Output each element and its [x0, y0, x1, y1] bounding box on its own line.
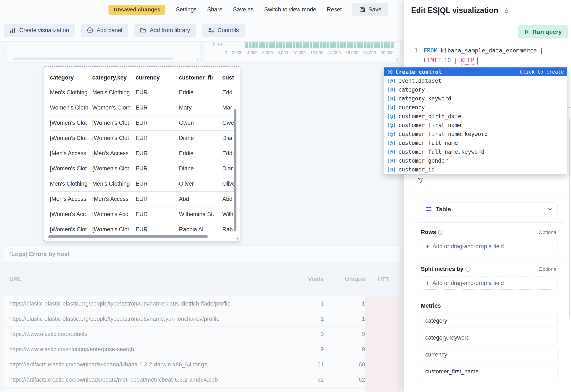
- cell-http: [365, 327, 400, 342]
- cell-category: [Women's Acc: [50, 211, 92, 218]
- cell-category-keyword: Men's Clothing: [92, 89, 136, 96]
- esql-query-editor[interactable]: 1 FROMkibana_sample_data_ecommerce| LIMI…: [404, 46, 571, 65]
- cell-unique: 60: [324, 361, 365, 368]
- cell-http: [365, 388, 400, 392]
- x-axis-tick: 18,000: [363, 50, 376, 55]
- flyout-scrollbar[interactable]: [569, 118, 570, 317]
- chart-type-selector[interactable]: Table: [421, 203, 557, 216]
- top-bar: Unsaved changes Settings Share Save as S…: [0, 0, 403, 19]
- autocomplete-field-item[interactable]: [@] customer_first_name.keyword: [384, 130, 567, 139]
- cell-http: [365, 342, 400, 357]
- cell-category: [Women's Clot: [50, 226, 92, 233]
- column-header-currency[interactable]: currency: [136, 74, 179, 81]
- section-divider: [415, 296, 563, 296]
- vertical-scrollbar[interactable]: [234, 109, 236, 231]
- cell-url: https://artifacts.elastic.co/downloads/k…: [3, 361, 288, 368]
- cell-customer-first-name: Abd: [179, 196, 222, 202]
- add-from-library-button[interactable]: Add from library: [134, 24, 196, 37]
- autocomplete-field-item[interactable]: [@] currency: [384, 103, 567, 112]
- cell-currency: EUR: [136, 165, 179, 172]
- column-header-customer-first-name[interactable]: customer_fir: [179, 74, 222, 81]
- y-axis-tick-label: 0.0%: [213, 42, 223, 47]
- cell-url: https://elastic-elastic-elastic.org/peop…: [3, 316, 288, 322]
- panel-resize-handle[interactable]: [194, 56, 199, 61]
- menu-item-settings[interactable]: Settings: [176, 6, 197, 13]
- cell-currency: EUR: [136, 226, 179, 233]
- add-panel-button[interactable]: Add panel: [81, 24, 128, 37]
- metric-field-pill[interactable]: category.keyword: [421, 331, 557, 344]
- column-header-customer[interactable]: cust: [222, 74, 235, 81]
- horizontal-scrollbar[interactable]: [48, 235, 208, 238]
- table-row: [Women's Acc [Women's Acc EUR Wilhemina …: [50, 207, 235, 222]
- cell-category: [Women's Clot: [50, 135, 92, 141]
- x-axis-tick: 6,000: [262, 50, 273, 55]
- field-icon: [@]: [387, 87, 396, 92]
- panel-resize-handle[interactable]: [394, 56, 399, 61]
- autocomplete-field-label: category.keyword: [399, 95, 451, 102]
- column-header-http[interactable]: HTT: [365, 262, 400, 296]
- autocomplete-field-label: customer_first_name.keyword: [399, 131, 488, 137]
- x-axis-tick: 10,000: [293, 50, 306, 55]
- cell-customer: Gwe: [222, 120, 235, 126]
- field-icon: [@]: [387, 105, 396, 110]
- run-query-button[interactable]: Run query: [518, 25, 568, 39]
- cell-customer-first-name: Diane: [179, 165, 222, 172]
- play-icon: [524, 29, 529, 35]
- field-icon: [@]: [387, 131, 396, 137]
- autocomplete-field-label: customer_first_name: [399, 122, 461, 128]
- cell-currency: EUR: [136, 196, 179, 202]
- info-icon: i: [438, 230, 443, 235]
- metric-field-pill[interactable]: currency: [421, 348, 557, 361]
- menu-item-save-as[interactable]: Save as: [233, 6, 254, 13]
- autocomplete-field-item[interactable]: [@] customer_first_name: [384, 121, 567, 130]
- cell-category: Men's Clothing: [50, 181, 92, 187]
- selected-esql-table-panel[interactable]: category category.key currency customer_…: [44, 66, 240, 241]
- autocomplete-selected-create-control[interactable]: Create control Click to create: [384, 68, 567, 76]
- split-metrics-add-field-dropzone[interactable]: + Add or drag-and-drop a field: [421, 277, 557, 290]
- create-visualization-button[interactable]: Create visualization: [4, 24, 75, 37]
- autocomplete-field-item[interactable]: [@] event.dataset: [384, 76, 567, 85]
- autocomplete-field-item[interactable]: [@] customer_full_name.keyword: [384, 147, 567, 156]
- menu-item-switch-to-view-mode[interactable]: Switch to view mode: [264, 6, 316, 13]
- autocomplete-field-item[interactable]: [@] customer_birth_date: [384, 112, 567, 121]
- cell-category-keyword: [Women's Acc: [92, 211, 136, 218]
- cell-customer: Olive: [222, 181, 235, 187]
- cell-category-keyword: [Women's Clot: [92, 135, 136, 141]
- autocomplete-field-item[interactable]: [@] category.keyword: [384, 94, 567, 103]
- autocomplete-field-item[interactable]: [@] customer_full_name: [384, 139, 567, 147]
- column-header-category[interactable]: category: [50, 74, 92, 81]
- column-header-unique[interactable]: Unique: [324, 276, 365, 282]
- menu-item-reset[interactable]: Reset: [327, 6, 342, 13]
- cell-customer: Abd: [222, 196, 235, 202]
- cell-url: https://www.elastic.co/products: [3, 331, 288, 337]
- horizontal-scrollbar[interactable]: [13, 57, 173, 60]
- x-axis-tick: 12,000: [310, 50, 323, 55]
- rows-section-header: Rows i Optional: [421, 229, 557, 236]
- cell-customer: Diar: [222, 135, 235, 141]
- save-button[interactable]: Save: [352, 3, 388, 16]
- logs-table-row: https://artifacts.elastic.co/downloads/k…: [3, 357, 400, 372]
- cell-customer: Rab: [222, 226, 235, 233]
- esql-results-table: category category.key currency customer_…: [50, 71, 235, 237]
- field-icon: [@]: [387, 149, 396, 154]
- metric-field-pill[interactable]: customer_first_name: [421, 365, 557, 378]
- autocomplete-field-item[interactable]: [@] customer_gender: [384, 156, 567, 165]
- autocomplete-field-item[interactable]: [@] category: [384, 85, 567, 94]
- line-number: 1: [414, 46, 418, 65]
- autocomplete-field-item[interactable]: [@] customer_id: [384, 165, 567, 174]
- rows-add-field-dropzone[interactable]: + Add or drag-and-drop a field: [421, 240, 557, 253]
- plus-circle-icon: [87, 27, 93, 33]
- metric-field-pill[interactable]: category: [421, 314, 557, 327]
- panel-resize-handle[interactable]: [234, 235, 239, 240]
- column-header-category-keyword[interactable]: category.key: [92, 74, 136, 81]
- menu-item-share[interactable]: Share: [207, 6, 222, 13]
- x-axis-line: [227, 48, 398, 48]
- controls-button[interactable]: Controls: [202, 24, 245, 37]
- tech-preview-beaker-icon: [502, 6, 511, 15]
- cell-currency: EUR: [136, 181, 179, 187]
- folder-icon: [140, 27, 146, 33]
- column-header-visits[interactable]: Visits: [288, 276, 324, 282]
- column-header-url[interactable]: URL: [3, 276, 288, 282]
- filter-fields-button[interactable]: [414, 174, 427, 187]
- cell-currency: EUR: [136, 120, 179, 126]
